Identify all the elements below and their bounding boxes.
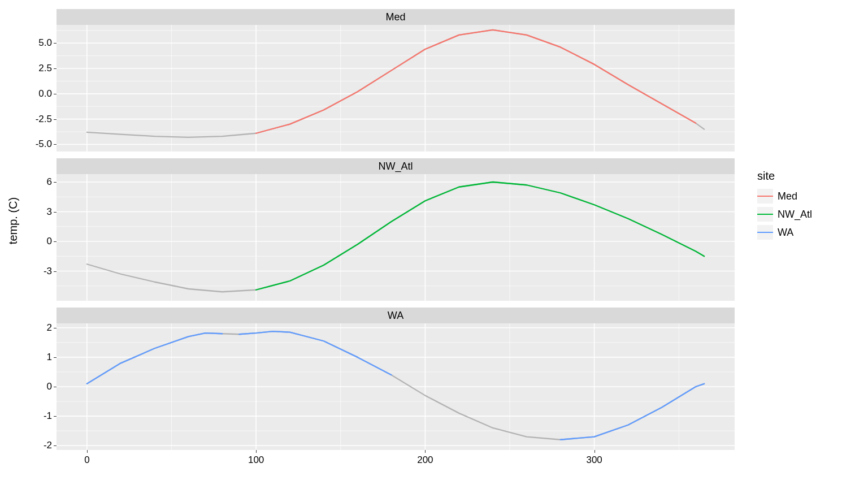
x-tick-label: 200 bbox=[417, 455, 433, 466]
series-line-grey bbox=[87, 331, 704, 440]
legend-swatch bbox=[757, 189, 773, 204]
series-line-WA_seg1 bbox=[87, 333, 222, 384]
panels-column: Med-5.0-2.50.02.55.0NW_Atl-3036WA-2-1012 bbox=[57, 9, 735, 450]
legend: site MedNW_AtlWA bbox=[757, 170, 859, 243]
legend-item: Med bbox=[757, 188, 859, 204]
facet-WA: WA-2-1012 bbox=[57, 308, 735, 450]
series-line-grey bbox=[87, 30, 704, 137]
y-axis-title: temp. (C) bbox=[8, 0, 19, 441]
legend-label: Med bbox=[778, 191, 797, 202]
panel: -3036 bbox=[57, 174, 735, 301]
legend-title: site bbox=[757, 170, 859, 183]
legend-item: WA bbox=[757, 224, 859, 240]
panel: -5.0-2.50.02.55.0 bbox=[57, 25, 735, 152]
legend-swatch bbox=[757, 207, 773, 222]
panel: -2-1012 bbox=[57, 323, 735, 450]
facet-chart: temp. (C) Med-5.0-2.50.02.55.0NW_Atl-303… bbox=[0, 0, 868, 489]
facet-NW_Atl: NW_Atl-3036 bbox=[57, 158, 735, 301]
legend-label: NW_Atl bbox=[778, 209, 812, 220]
legend-item: NW_Atl bbox=[757, 206, 859, 222]
legend-swatch bbox=[757, 225, 773, 240]
x-tick-label: 300 bbox=[586, 455, 602, 466]
series-line-WA_seg2 bbox=[239, 331, 391, 375]
x-tick-label: 100 bbox=[248, 455, 264, 466]
series-line-NW_Atl bbox=[256, 182, 704, 290]
panel-svg bbox=[57, 25, 735, 152]
y-axis-title-text: temp. (C) bbox=[7, 197, 20, 244]
panel-svg bbox=[57, 323, 735, 450]
facet-Med: Med-5.0-2.50.02.55.0 bbox=[57, 9, 735, 152]
x-tick-label: 0 bbox=[84, 455, 89, 466]
facet-strip: Med bbox=[57, 9, 735, 25]
facet-strip: WA bbox=[57, 308, 735, 323]
series-line-WA_seg3 bbox=[561, 384, 704, 440]
legend-label: WA bbox=[778, 227, 793, 239]
series-line-Med bbox=[256, 30, 696, 133]
facet-strip: NW_Atl bbox=[57, 158, 735, 174]
panel-svg bbox=[57, 174, 735, 301]
x-axis: 0100200300 bbox=[57, 450, 735, 478]
legend-items: MedNW_AtlWA bbox=[757, 188, 859, 240]
series-line-grey bbox=[87, 182, 704, 292]
